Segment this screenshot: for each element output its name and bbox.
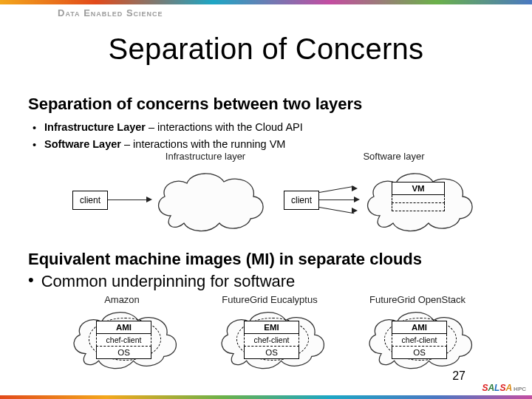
chef-label: chef-client bbox=[392, 334, 447, 347]
top-stripe bbox=[0, 0, 532, 4]
diagram-layers: Infrastructure layer Software layer clie… bbox=[65, 155, 479, 236]
bullet-list-2: • Common underpinning for software bbox=[28, 272, 295, 291]
os-label: OS bbox=[96, 347, 151, 359]
brand-text: Data Enabled Science bbox=[58, 7, 163, 18]
subtitle-layers: Separation of concerns between two layer… bbox=[28, 95, 362, 114]
mi-label: AMI bbox=[392, 321, 447, 334]
mi-label: AMI bbox=[96, 321, 151, 334]
cloud-caption: FutureGrid OpenStack bbox=[355, 294, 480, 305]
bullet-bold: Infrastructure Layer bbox=[44, 121, 146, 133]
cloud-left bbox=[150, 164, 268, 235]
arrow-line bbox=[108, 200, 149, 200]
os-label: OS bbox=[244, 347, 299, 359]
bullet-list-1: • Infrastructure Layer – interactions wi… bbox=[33, 119, 303, 154]
bottom-stripe bbox=[0, 395, 532, 399]
page-number: 27 bbox=[452, 369, 466, 383]
client-box-right: client bbox=[284, 191, 319, 210]
mi-stack: EMI chef-client OS bbox=[244, 321, 299, 359]
page-title: Separation of Concerns bbox=[0, 33, 532, 66]
vm-label: VM bbox=[392, 182, 445, 195]
chef-label: chef-client bbox=[96, 334, 151, 347]
vm-stack: VM bbox=[392, 182, 445, 211]
bullet-text: Common underpinning for software bbox=[41, 272, 296, 291]
bullet-rest: – interactions with the Cloud API bbox=[146, 121, 303, 133]
bullet-rest: – interactions with the running VM bbox=[121, 138, 285, 150]
cloud-caption: FutureGrid Eucalyptus bbox=[207, 294, 332, 305]
caption-infra: Infrastructure layer bbox=[150, 151, 261, 162]
client-box-left: client bbox=[72, 191, 108, 210]
chef-label: chef-client bbox=[244, 334, 299, 347]
mi-stack: AMI chef-client OS bbox=[392, 321, 447, 359]
mi-stack: AMI chef-client OS bbox=[96, 321, 151, 359]
subtitle-mi: Equivalent machine images (MI) in separa… bbox=[28, 250, 422, 269]
salsa-logo: SALSAHPC bbox=[482, 383, 526, 393]
list-item: • Infrastructure Layer – interactions wi… bbox=[33, 119, 303, 136]
diagram-clouds: Amazon AMI chef-client OS FutureGrid Euc… bbox=[59, 300, 484, 368]
os-label: OS bbox=[392, 347, 447, 359]
cloud-caption: Amazon bbox=[81, 294, 163, 305]
list-item: • Common underpinning for software bbox=[28, 272, 295, 291]
mi-label: EMI bbox=[244, 321, 299, 334]
caption-software: Software layer bbox=[349, 151, 438, 162]
bullet-bold: Software Layer bbox=[44, 138, 121, 150]
